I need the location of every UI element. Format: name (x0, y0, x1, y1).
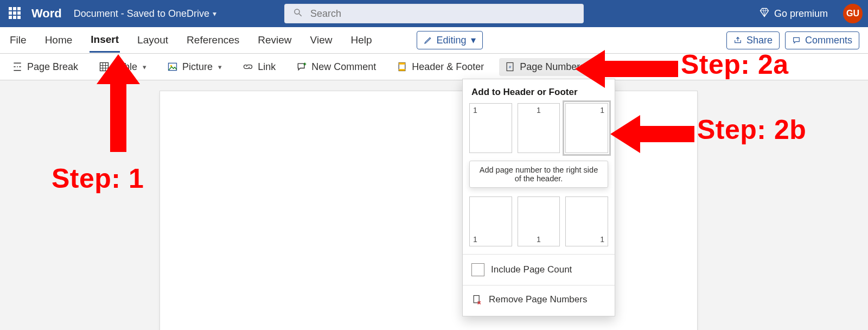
remove-page-numbers-button[interactable]: Remove Page Numbers (463, 290, 615, 309)
link-button[interactable]: Link (237, 58, 281, 76)
tab-view[interactable]: View (309, 29, 334, 52)
remove-page-icon (471, 294, 482, 305)
link-icon (242, 61, 253, 72)
new-comment-button[interactable]: New Comment (291, 58, 381, 76)
separator (463, 285, 615, 285)
option-footer-right[interactable]: 1 (565, 196, 608, 246)
sample-number: 1 (473, 235, 477, 244)
page-number-layout-grid: 1 1 1 Add page number to the right side … (463, 103, 615, 250)
document-title-dropdown[interactable]: Document - Saved to OneDrive ▾ (74, 8, 216, 20)
page-numbers-dropdown: Add to Header or Footer 1 1 1 Add page n… (462, 79, 615, 316)
document-title-text: Document - Saved to OneDrive (74, 8, 209, 20)
tab-help[interactable]: Help (349, 29, 373, 52)
editing-mode-button[interactable]: Editing ▾ (417, 31, 483, 49)
header-footer-button[interactable]: Header & Footer (391, 58, 489, 76)
avatar-initials: GU (846, 9, 859, 18)
search-icon (293, 8, 303, 20)
tab-layout[interactable]: Layout (136, 29, 169, 52)
option-header-center[interactable]: 1 (518, 103, 560, 153)
chevron-down-icon: ▾ (471, 34, 476, 46)
option-tooltip: Add page number to the right side of the… (469, 161, 608, 188)
picture-label: Picture (182, 61, 213, 73)
picture-icon (167, 61, 178, 72)
share-icon (733, 36, 742, 45)
dropdown-heading: Add to Header or Footer (471, 87, 606, 98)
sample-number: 1 (537, 106, 541, 115)
include-page-count-label: Include Page Count (491, 264, 572, 275)
share-button[interactable]: Share (726, 31, 780, 49)
app-name: Word (31, 7, 62, 21)
go-premium-button[interactable]: Go premium (754, 4, 833, 24)
svg-marker-11 (97, 54, 140, 152)
link-label: Link (258, 61, 276, 73)
svg-rect-7 (399, 69, 405, 71)
annotation-label-step2b: Step: 2b (697, 114, 806, 145)
picture-button[interactable]: Picture ▾ (162, 58, 227, 76)
svg-marker-13 (610, 115, 694, 153)
premium-diamond-icon (759, 7, 770, 21)
tab-references[interactable]: References (186, 29, 240, 52)
annotation-label-step2a: Step: 2a (681, 49, 789, 80)
option-footer-center[interactable]: 1 (518, 196, 560, 246)
chevron-down-icon: ▾ (143, 63, 146, 71)
annotation-arrow-step1 (97, 54, 140, 152)
sample-number: 1 (600, 235, 604, 244)
sample-number: 1 (600, 106, 604, 115)
annotation-arrow-step2a (575, 50, 678, 88)
annotation-label-step1: Step: 1 (52, 163, 144, 194)
remove-page-numbers-label: Remove Page Numbers (489, 294, 587, 305)
new-comment-icon (296, 61, 307, 72)
page-break-label: Page Break (27, 61, 78, 73)
comment-icon (792, 36, 801, 45)
svg-marker-12 (575, 50, 678, 88)
comments-button[interactable]: Comments (785, 31, 859, 49)
page-break-button[interactable]: Page Break (7, 58, 84, 76)
tab-insert[interactable]: Insert (90, 28, 120, 53)
chevron-down-icon: ▾ (218, 63, 222, 71)
chevron-down-icon: ▾ (213, 9, 216, 18)
annotation-arrow-step2b (610, 115, 694, 153)
tab-review[interactable]: Review (257, 29, 292, 52)
option-header-right[interactable]: 1 (565, 103, 608, 153)
include-page-count-checkbox[interactable]: Include Page Count (463, 259, 615, 281)
search-box[interactable] (284, 4, 584, 23)
svg-point-0 (295, 9, 299, 14)
page-break-icon (12, 61, 23, 72)
account-avatar[interactable]: GU (843, 4, 863, 23)
checkbox-icon (471, 263, 484, 276)
tab-file[interactable]: File (9, 29, 28, 52)
option-header-left[interactable]: 1 (469, 103, 512, 153)
go-premium-label: Go premium (774, 8, 828, 20)
new-comment-label: New Comment (311, 61, 376, 73)
separator (463, 254, 615, 255)
search-input[interactable] (309, 8, 575, 20)
page-numbers-icon: # (505, 61, 515, 72)
header-footer-label: Header & Footer (412, 61, 484, 73)
svg-text:#: # (509, 65, 512, 69)
sample-number: 1 (537, 235, 541, 244)
svg-rect-6 (399, 63, 405, 65)
comments-label: Comments (805, 35, 852, 46)
pencil-icon (424, 36, 432, 45)
app-launcher-icon[interactable] (9, 7, 22, 20)
option-footer-left[interactable]: 1 (469, 196, 512, 246)
svg-line-1 (299, 14, 302, 16)
editing-mode-label: Editing (437, 35, 467, 46)
sample-number: 1 (473, 106, 477, 115)
share-label: Share (746, 35, 773, 46)
header-footer-icon (397, 61, 407, 72)
tab-home[interactable]: Home (44, 29, 74, 52)
title-bar: Word Document - Saved to OneDrive ▾ Go p… (0, 0, 868, 27)
